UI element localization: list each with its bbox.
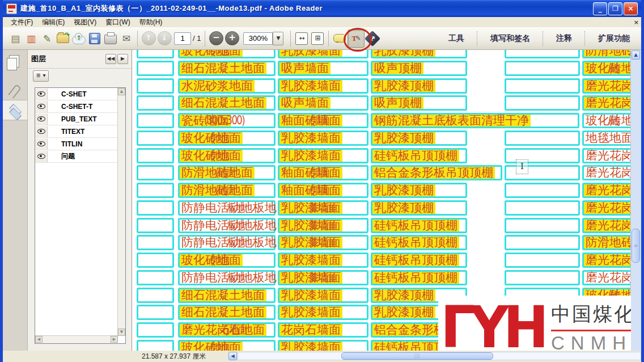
layers-list-hscrollbar[interactable]: ◀ ▶ bbox=[35, 335, 118, 343]
page-number-input[interactable]: 1 bbox=[174, 32, 191, 45]
document-area[interactable]: 硅钙板吊顶顶乳胶漆墙面玻化砖地面(地面铝合金条形板花岗石墙面磨光花岗石地面石地面… bbox=[132, 50, 631, 351]
toolbar-tab[interactable]: 工具 bbox=[442, 33, 471, 44]
layer-row[interactable]: C-SHET-T bbox=[35, 100, 125, 113]
scroll-down-icon[interactable]: ▼ bbox=[118, 329, 125, 336]
toolbar-tab[interactable]: 扩展功能 bbox=[591, 33, 637, 44]
collapse-panel-icon[interactable]: ◀◀ bbox=[105, 54, 116, 64]
overlapping-text: 板地 bbox=[227, 220, 244, 231]
scroll-up-icon[interactable]: ▲ bbox=[118, 88, 125, 95]
menu-item[interactable]: 文件(F) bbox=[6, 18, 37, 27]
separator bbox=[543, 31, 544, 46]
zoom-out-icon[interactable]: − bbox=[208, 30, 224, 47]
table-cell: 釉面砖墙面(墙面 bbox=[278, 165, 368, 180]
cell-text: 吸声墙面 bbox=[279, 62, 331, 74]
sign-document-icon[interactable]: ✎ bbox=[39, 30, 55, 47]
vertical-scrollbar[interactable]: ▲ bbox=[630, 50, 641, 351]
highlight-text-tool-icon[interactable]: T✎ bbox=[348, 30, 365, 48]
previous-page-icon[interactable]: ↑ bbox=[141, 30, 156, 47]
table-cell: 防静电活动地板地板地 bbox=[178, 218, 276, 233]
cloud-upload-icon[interactable] bbox=[71, 30, 87, 47]
toolbar-close-icon[interactable]: × bbox=[634, 19, 639, 26]
title-bar[interactable]: 建施_首10_B_A1_室内装修表（一）_2011-02-249-01__-Mo… bbox=[3, 0, 641, 17]
layer-row[interactable]: C-SHET bbox=[35, 88, 125, 100]
table-cell: 乳胶漆墙面漆墙面 bbox=[278, 200, 368, 216]
layer-visibility-eye-icon[interactable] bbox=[35, 113, 48, 125]
cell-text: 乳胶漆顶棚 bbox=[372, 184, 435, 196]
layer-row[interactable]: TITEXT bbox=[35, 125, 125, 138]
table-cell: 吸声顶棚 bbox=[371, 95, 467, 111]
cell-text: 磨光花岗 bbox=[584, 97, 631, 109]
zoom-in-icon[interactable]: + bbox=[224, 30, 240, 47]
toolbar-tab[interactable]: 注释 bbox=[549, 33, 579, 44]
table-cell: 乳胶漆墙面 bbox=[278, 148, 368, 163]
fullscreen-icon[interactable]: ↔ bbox=[365, 30, 380, 47]
table-cell: 乳胶漆顶棚 bbox=[371, 131, 467, 146]
fit-width-icon[interactable]: ↔ bbox=[294, 30, 310, 47]
table-cell: 磨光花岗 bbox=[582, 252, 631, 268]
table-cell bbox=[137, 252, 174, 268]
menu-item[interactable]: 窗口(W) bbox=[101, 18, 134, 27]
table-cell: 地毯地面 bbox=[582, 131, 631, 146]
layers-list-vscrollbar[interactable]: ▲ ▼ bbox=[117, 88, 125, 336]
scroll-left-icon[interactable]: ◀ bbox=[35, 336, 43, 343]
table-cell bbox=[505, 200, 580, 216]
layer-visibility-eye-icon[interactable] bbox=[35, 89, 48, 100]
menu-item[interactable]: 编辑(E) bbox=[37, 18, 69, 27]
table-cell bbox=[505, 235, 580, 250]
zoom-level-input[interactable]: 300% bbox=[243, 32, 273, 45]
create-pdf-icon[interactable]: ▥ bbox=[23, 30, 39, 47]
close-button[interactable]: × bbox=[624, 2, 638, 15]
layer-options-icon[interactable]: ≡ ▾ bbox=[33, 70, 49, 82]
cell-text: 防静电活动地板地板地 bbox=[180, 220, 278, 231]
open-folder-icon[interactable] bbox=[55, 30, 71, 47]
save-icon[interactable] bbox=[87, 30, 103, 47]
cell-text: 乳胶漆顶棚 bbox=[372, 132, 435, 144]
table-cell: 防静电活动地板地板地 bbox=[178, 270, 276, 285]
table-cell bbox=[137, 183, 174, 198]
cell-text: 硅钙板吊顶顶棚 bbox=[372, 150, 459, 162]
table-cell bbox=[505, 78, 580, 94]
minimize-button[interactable]: _ bbox=[593, 2, 607, 15]
restore-button[interactable]: ❐ bbox=[608, 2, 622, 15]
fit-page-icon[interactable]: ⊞ bbox=[310, 30, 325, 47]
table-cell bbox=[137, 131, 174, 146]
menu-item[interactable]: 视图(V) bbox=[69, 18, 101, 27]
table-cell bbox=[137, 288, 174, 303]
page-thumbnails-icon[interactable] bbox=[7, 53, 24, 70]
table-cell: 磨光花岗 bbox=[582, 183, 631, 198]
layer-visibility-eye-icon[interactable] bbox=[35, 101, 48, 112]
comment-bubble-icon[interactable] bbox=[332, 30, 348, 47]
toolbar-tab[interactable]: 填写和签名 bbox=[484, 33, 537, 44]
overlapping-text: 板地 bbox=[227, 272, 244, 284]
cell-text: 磨光花岗 bbox=[584, 150, 631, 162]
table-cell: 硅钙板吊顶顶棚 bbox=[371, 270, 467, 285]
next-page-icon[interactable]: ↓ bbox=[156, 30, 172, 47]
layer-visibility-eye-icon[interactable] bbox=[35, 126, 48, 137]
layer-visibility-eye-icon[interactable] bbox=[35, 151, 48, 162]
scroll-left-icon[interactable]: ◀ bbox=[228, 352, 237, 360]
table-cell: 乳胶漆墙面 bbox=[278, 288, 368, 303]
layer-row[interactable]: PUB_TEXT bbox=[35, 113, 125, 125]
expand-panel-icon[interactable]: ▶ bbox=[117, 54, 128, 64]
horizontal-scrollbar[interactable] bbox=[238, 352, 641, 360]
attachments-icon[interactable] bbox=[7, 83, 24, 100]
table-cell bbox=[505, 183, 580, 198]
overlapping-text: (地面 bbox=[210, 132, 229, 144]
layer-visibility-eye-icon[interactable] bbox=[35, 138, 48, 150]
print-icon[interactable] bbox=[103, 30, 118, 47]
scroll-right-icon[interactable]: ▶ bbox=[111, 336, 118, 343]
open-file-icon[interactable]: ▤ bbox=[7, 30, 23, 47]
scroll-up-icon[interactable]: ▲ bbox=[632, 50, 640, 60]
overlapping-text: (地面 bbox=[215, 184, 235, 196]
horizontal-scroll-thumb[interactable] bbox=[341, 352, 493, 360]
layer-row[interactable]: TITLIN bbox=[35, 138, 125, 150]
layer-row[interactable]: 问题 bbox=[35, 150, 125, 163]
layers-icon[interactable] bbox=[7, 102, 24, 119]
zoom-dropdown-icon[interactable]: ▼ bbox=[273, 32, 283, 45]
email-icon[interactable]: ✉ bbox=[118, 30, 134, 47]
main-area: 图层 ◀◀ ▶ ≡ ▾ C-SHETC-SHET-TPUB_TEXTTITEXT… bbox=[3, 50, 641, 351]
table-cell: 玻化砖地面(地面 bbox=[178, 50, 276, 58]
vertical-scroll-thumb[interactable] bbox=[632, 229, 640, 263]
menu-item[interactable]: 帮助(H) bbox=[135, 18, 167, 27]
table-cell bbox=[505, 218, 580, 233]
